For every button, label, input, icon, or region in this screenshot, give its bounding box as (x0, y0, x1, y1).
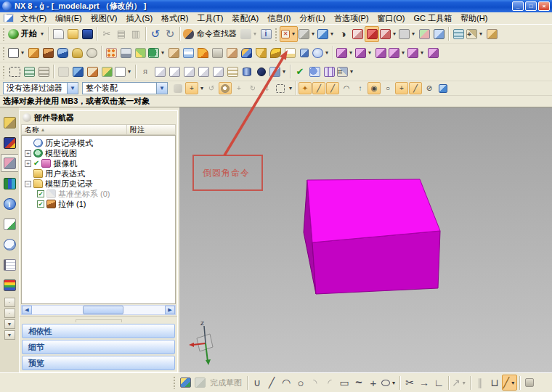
edit-rollback-2-button[interactable] (167, 64, 182, 80)
sketch-plane-button[interactable] (192, 375, 207, 391)
highlight-rollover-button[interactable] (219, 82, 232, 94)
inferred-dimension-button[interactable]: ↗▾ (451, 375, 468, 391)
edit-rollback-4-button[interactable] (196, 64, 211, 80)
resource-scroll-small-2[interactable]: · (4, 309, 15, 318)
scroll-thumb[interactable] (83, 306, 123, 314)
toolbar-grip[interactable] (2, 28, 5, 41)
edit-rollback-1-button[interactable] (153, 64, 167, 80)
menu-format[interactable]: 格式(R) (157, 12, 192, 25)
fit-view-button[interactable] (7, 64, 22, 80)
menu-analysis[interactable]: 分析(L) (295, 12, 329, 25)
expand-icon[interactable]: + (25, 160, 31, 167)
quick-extend-button[interactable]: → (417, 375, 431, 391)
redo-button[interactable]: ↻ (163, 26, 177, 42)
save-button[interactable] (80, 26, 94, 42)
details-panel-bar[interactable]: 细节 (22, 340, 175, 354)
undo-button[interactable]: ↺ (148, 26, 163, 42)
arc-button[interactable]: ◠ (279, 375, 293, 391)
geometric-constraints-button[interactable]: ∥ (473, 375, 487, 391)
select-prev-button[interactable]: + (232, 82, 245, 94)
deform-button[interactable]: ▾ (269, 64, 288, 80)
wcs-button[interactable]: ⌖▾ (466, 26, 484, 42)
resource-scroll-down[interactable]: ▼ (4, 319, 15, 329)
chamfer-sketch-button[interactable]: ◜ (322, 375, 337, 391)
sheet-bend-button[interactable] (195, 45, 210, 61)
layer-category-button[interactable] (36, 64, 51, 80)
pattern-feature-button[interactable] (104, 45, 118, 61)
rendering-style-button[interactable]: ◑ (336, 26, 350, 42)
column-note[interactable]: 附注 (127, 125, 175, 134)
sketch-button[interactable]: ▾ (7, 45, 26, 61)
part-navigator-tab[interactable] (1, 154, 18, 172)
menu-window[interactable]: 窗口(O) (373, 12, 410, 25)
reuse-library-tab[interactable] (1, 174, 18, 192)
tree-row-model-views[interactable]: + 模型视图 (25, 148, 175, 158)
measure-axes-button[interactable]: ⌗▾ (336, 64, 355, 80)
rect-select-button[interactable] (274, 82, 287, 94)
navigator-hscrollbar[interactable]: ◀ ▶ (21, 305, 176, 315)
graphics-window[interactable]: Z 倒圆角命令 (179, 107, 552, 372)
continuous-auto-dimension-toggle[interactable]: ╱▾ (502, 375, 517, 391)
menu-preferences[interactable]: 首选项(P) (330, 12, 373, 25)
move-object-button[interactable] (100, 64, 114, 80)
panel-resize-notch[interactable] (76, 319, 122, 322)
thicken-button[interactable] (210, 45, 224, 61)
wave-link-button[interactable] (133, 45, 147, 61)
line-button[interactable]: ╱ (264, 375, 279, 391)
toolbar-grip[interactable] (275, 28, 277, 41)
layer-visible-button[interactable] (22, 64, 36, 80)
pin-button[interactable]: я (138, 64, 153, 80)
checkbox[interactable]: ✔ (37, 200, 44, 208)
fillet-button[interactable]: ◝ (308, 375, 322, 391)
show-constraints-button[interactable]: ⊔ (487, 375, 502, 391)
studio-spline-button[interactable]: ~ (352, 375, 366, 391)
shaded-style-button[interactable]: ▾ (317, 26, 336, 42)
resource-scroll-small-1[interactable]: · (4, 298, 15, 307)
point-button[interactable]: + (366, 375, 381, 391)
circle-button[interactable]: ○ (293, 375, 308, 391)
collapse-icon[interactable]: − (25, 181, 31, 187)
scroll-left-icon[interactable]: ◀ (22, 306, 32, 314)
menu-file[interactable]: 文件(F) (16, 12, 51, 25)
snap-intersection-toggle[interactable]: + (395, 82, 408, 94)
move-face-button[interactable]: ▾ (407, 45, 426, 61)
snap-control-point-toggle[interactable]: ◠ (340, 82, 353, 94)
snap-quadrant-toggle[interactable]: ○ (381, 82, 394, 94)
examine-geometry-button[interactable]: ✔ (293, 64, 307, 80)
expand-icon[interactable]: + (25, 150, 31, 157)
trim-extend-button[interactable] (166, 45, 181, 61)
hd3d-tools-tab[interactable]: i (1, 195, 18, 213)
tree-row-history-mode[interactable]: 历史记录模式 (25, 138, 175, 148)
snap-plus-button[interactable]: + (185, 82, 198, 94)
mirror-feature-button[interactable] (118, 45, 133, 61)
preview-panel-bar[interactable]: 预览 (22, 356, 175, 370)
display-mode-button[interactable]: ✕▾ (280, 26, 298, 42)
edit-section-button[interactable] (484, 26, 499, 42)
shell-button[interactable] (181, 45, 195, 61)
feature-list-button[interactable] (225, 64, 240, 80)
quick-trim-button[interactable]: ✂ (402, 375, 417, 391)
start-button[interactable]: 开始 ▾ (7, 26, 46, 42)
more-sketch-button[interactable] (522, 375, 537, 391)
snap-point-toggle[interactable]: ✦ (299, 82, 312, 94)
sync-modeling-button[interactable]: ▾ (388, 45, 407, 61)
sphere-button[interactable]: ▾ (312, 45, 330, 61)
chamfer-button[interactable] (253, 45, 268, 61)
lasso-button[interactable]: ↯ (260, 82, 273, 94)
snap-tangent-toggle[interactable]: ⊘ (423, 82, 436, 94)
snap-midpoint-toggle[interactable]: ╱ (326, 82, 339, 94)
roles-tab[interactable] (1, 276, 18, 294)
general-selection-button[interactable] (171, 82, 184, 94)
snap-solid-toggle[interactable] (437, 82, 450, 94)
cylinder-button[interactable] (240, 64, 254, 80)
profile-button[interactable]: ∪ (250, 375, 264, 391)
delete-face-button[interactable] (373, 45, 388, 61)
measure-button[interactable] (85, 64, 100, 80)
selection-scope-dropdown[interactable]: 整个装配 ▼ (82, 82, 168, 94)
dependencies-panel-bar[interactable]: 相依性 (22, 324, 175, 338)
datum-plane-button[interactable] (26, 45, 41, 61)
toolbar-grip[interactable] (2, 65, 5, 78)
tree-row-user-expressions[interactable]: 用户表达式 (25, 168, 175, 179)
tree-row-datum-csys[interactable]: ✔ 基准坐标系 (0) (25, 189, 175, 199)
orient-view-button[interactable] (417, 26, 431, 42)
